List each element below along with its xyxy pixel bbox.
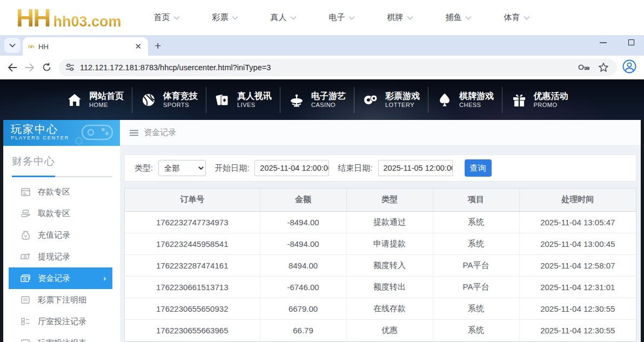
site-nav-label: 捕鱼 — [446, 12, 462, 23]
spade-icon — [437, 93, 453, 107]
end-date-input[interactable] — [378, 160, 453, 176]
site-nav-item-chess[interactable]: 棋牌 — [387, 12, 413, 23]
sidebar-item-player-bet-report[interactable]: 玩家投注报表 — [9, 332, 112, 342]
table-row: 1762232445958541 -8494.00 申请提款 系统 2025-1… — [125, 233, 636, 254]
forward-button[interactable] — [25, 63, 35, 72]
sidebar-item-label: 提现记录 — [38, 252, 70, 262]
site-nav-item-live[interactable]: 真人 — [271, 12, 297, 23]
game-nav-zh: 棋牌游戏 — [459, 91, 494, 101]
window-maximize-button[interactable] — [628, 39, 634, 45]
content-area: 玩家中心 PLAYERS CENTER 财务中心 存款专区 — [0, 120, 644, 342]
game-nav-item-casino[interactable]: 电子游艺 CASINO — [280, 87, 354, 113]
type-select[interactable]: 全部 — [158, 160, 206, 176]
browser-tab[interactable]: HH HH ✕ — [23, 37, 148, 56]
game-nav-text: 体育竞技 SPORTS — [163, 91, 198, 109]
cell-order-id: 1762232445958541 — [125, 233, 260, 254]
game-nav-en: HOME — [89, 101, 124, 109]
site-nav-label: 首页 — [154, 12, 170, 23]
cell-time: 2025-11-04 13:05:47 — [519, 211, 636, 233]
withdraw-hand-icon — [21, 210, 30, 218]
recharge-bag-icon — [21, 231, 30, 240]
omnibox-actions — [578, 63, 608, 72]
home-icon — [66, 93, 83, 106]
forward-arrow-icon — [25, 63, 35, 72]
cell-amount: 8494.00 — [260, 254, 346, 276]
deposit-card-icon — [21, 188, 30, 196]
lottery-detail-icon — [21, 296, 30, 304]
tab-search-button[interactable] — [4, 38, 21, 53]
password-key-icon[interactable] — [578, 64, 590, 71]
profile-avatar-icon[interactable] — [622, 59, 636, 75]
site-nav-item-home[interactable]: 首页 — [154, 12, 180, 23]
cell-time: 2025-11-04 12:58:07 — [519, 254, 636, 276]
chevron-down-icon — [173, 16, 180, 20]
chevron-down-icon — [524, 16, 530, 20]
logo-domain-text: hh03.com — [53, 14, 121, 30]
game-nav-item-sports[interactable]: 体育竞技 SPORTS — [132, 87, 206, 113]
game-nav-text: 电子游艺 CASINO — [311, 91, 346, 109]
site-nav-item-lottery[interactable]: 彩票 — [212, 12, 238, 23]
game-nav-text: 棋牌游戏 CHESS — [459, 91, 494, 109]
site-nav-item-sports[interactable]: 体育 — [504, 12, 530, 23]
sidebar-item-withdrawal-records[interactable]: 提现记录 — [9, 246, 112, 267]
site-nav-item-fishing[interactable]: 捕鱼 — [446, 12, 472, 23]
cell-time: 2025-11-04 12:31:01 — [519, 276, 636, 298]
back-button[interactable] — [8, 63, 17, 72]
chevron-down-icon — [232, 16, 238, 20]
finance-section: 财务中心 — [3, 146, 120, 177]
end-date-label: 结束日期: — [338, 163, 372, 173]
cell-type: 在线存款 — [346, 298, 433, 319]
cell-time: 2025-11-04 12:30:55 — [519, 319, 636, 341]
sidebar-item-hall-bet-records[interactable]: 厅室投注记录 — [9, 311, 112, 332]
sports-ball-icon — [140, 93, 157, 106]
new-tab-button[interactable]: + — [155, 39, 161, 52]
window-minimize-button[interactable] — [600, 42, 607, 43]
game-nav-zh: 真人视讯 — [237, 91, 272, 101]
site-logo[interactable]: HH hh03.com — [16, 3, 122, 32]
table-row: 1762230655650932 6679.00 在线存款 系统 2025-11… — [125, 298, 636, 319]
sidebar-item-withdraw-zone[interactable]: 取款专区 — [9, 203, 112, 224]
game-nav-item-chess[interactable]: 棋牌游戏 CHESS — [428, 87, 502, 113]
site-nav-label: 棋牌 — [387, 12, 404, 23]
cell-order-id: 1762230655663965 — [125, 319, 260, 341]
game-nav-item-promo[interactable]: 优惠活动 PROMO — [502, 87, 576, 113]
query-button[interactable]: 查询 — [465, 159, 492, 177]
table-row: 1762230661513713 -6746.00 额度转出 PA平台 2025… — [125, 276, 636, 298]
site-header: HH hh03.com 首页 彩票 真人 电子 棋牌 捕鱼 体育 — [0, 0, 644, 35]
game-nav-item-lives[interactable]: 真人视讯 LIVES — [206, 87, 280, 113]
site-nav-item-slots[interactable]: 电子 — [329, 12, 355, 23]
sidebar-item-funds-records[interactable]: 资金记录 › — [9, 267, 112, 289]
sidebar-item-label: 彩票下注明细 — [38, 295, 86, 305]
site-nav-label: 电子 — [329, 12, 345, 23]
site-nav-label: 真人 — [271, 12, 287, 23]
site-favicon: HH — [28, 44, 34, 49]
sidebar-item-label: 厅室投注记录 — [38, 317, 86, 327]
game-nav-zh: 彩票游戏 — [385, 91, 420, 101]
reload-button[interactable] — [42, 63, 51, 72]
bookmark-star-icon[interactable] — [599, 63, 608, 72]
col-order-id: 订单号 — [125, 189, 260, 211]
breadcrumb: 资金记录 — [120, 120, 641, 146]
sidebar-item-deposit-zone[interactable]: 存款专区 — [9, 181, 112, 203]
start-date-input[interactable] — [254, 160, 329, 176]
window-right-edge — [641, 120, 644, 342]
start-date-label: 开始日期: — [214, 163, 249, 173]
url-bar[interactable]: 112.121.172.181:8783/hhcp/usercenter.htm… — [59, 59, 617, 76]
sidebar-item-lottery-bet-detail[interactable]: 彩票下注明细 — [9, 289, 112, 311]
game-nav-item-home[interactable]: 网站首页 HOME — [58, 87, 132, 113]
cell-project: 系统 — [433, 211, 519, 233]
cell-type: 优惠 — [346, 319, 433, 341]
cell-time: 2025-11-04 12:30:55 — [519, 298, 636, 319]
game-nav-item-lottery[interactable]: 彩票游戏 LOTTERY — [354, 87, 428, 113]
cell-order-id: 1762230655650932 — [125, 298, 260, 319]
cell-type: 额度转出 — [346, 276, 433, 298]
cell-order-id: 1762232747734973 — [125, 211, 260, 233]
logo-hh-text: HH — [16, 3, 50, 32]
game-nav-en: LOTTERY — [385, 101, 420, 109]
lottery-balls-icon — [363, 93, 379, 106]
sidebar-item-recharge-records[interactable]: 充值记录 — [9, 224, 112, 246]
site-info-tune-icon — [65, 63, 75, 71]
sidebar-item-label: 充值记录 — [38, 230, 70, 240]
tab-close-icon[interactable]: ✕ — [132, 42, 144, 51]
tab-title: HH — [38, 43, 132, 51]
